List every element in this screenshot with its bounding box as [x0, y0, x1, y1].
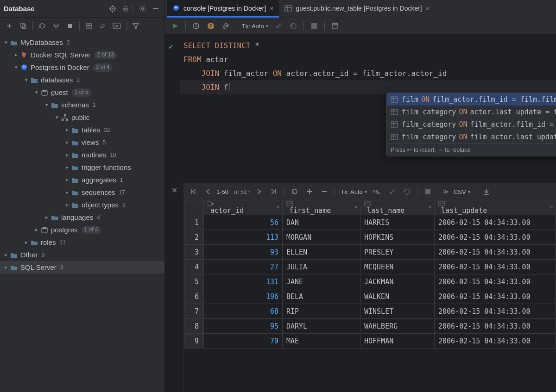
- add-icon[interactable]: [3, 19, 16, 32]
- tree-arrow-icon[interactable]: ▸: [3, 264, 9, 270]
- table-view-icon[interactable]: [82, 19, 95, 32]
- column-header[interactable]: last_name◇: [360, 200, 435, 215]
- results-tx-dropdown[interactable]: Tx: Auto▾: [339, 188, 369, 195]
- tree-node[interactable]: ▾MyDatabases2: [0, 36, 164, 49]
- cell[interactable]: WALKEN: [360, 289, 435, 304]
- sort-icon[interactable]: ◇: [277, 204, 279, 209]
- cell[interactable]: PRESLEY: [360, 245, 435, 260]
- tree-node[interactable]: ▸object types3: [0, 199, 164, 211]
- tree-node[interactable]: ▸views5: [0, 136, 164, 149]
- cancel-query-icon[interactable]: [308, 19, 321, 32]
- copy-ds-icon[interactable]: [17, 19, 30, 32]
- refresh-icon[interactable]: [36, 19, 49, 32]
- completion-item[interactable]: film_category ON film_actor.film_id = fi…: [387, 118, 556, 131]
- database-tree[interactable]: ▾MyDatabases2▸Docker SQL Server2 of 13▾P…: [0, 34, 164, 392]
- tree-arrow-icon[interactable]: ▾: [23, 77, 30, 83]
- table-row[interactable]: 156DANHARRIS2006-02-15 04:34:33.00: [184, 215, 556, 230]
- tree-node[interactable]: ▸trigger functions: [0, 161, 164, 174]
- close-icon[interactable]: ×: [426, 5, 430, 12]
- expand-icon[interactable]: ≫: [442, 188, 450, 195]
- cell[interactable]: 2006-02-15 04:34:33.00: [435, 260, 556, 274]
- cell[interactable]: MCQUEEN: [360, 260, 435, 274]
- tree-arrow-icon[interactable]: ▾: [33, 89, 40, 95]
- cell[interactable]: 2006-02-15 04:34:33.00: [435, 334, 556, 348]
- tree-arrow-icon[interactable]: ▸: [33, 227, 40, 233]
- next-page-icon[interactable]: [253, 185, 265, 198]
- cell[interactable]: 95: [204, 319, 283, 334]
- tree-arrow-icon[interactable]: ▸: [64, 139, 70, 145]
- gear-icon[interactable]: [138, 4, 148, 14]
- table-row[interactable]: 768RIPWINSLET2006-02-15 04:34:33.00: [184, 304, 556, 319]
- tree-node[interactable]: ▸roles11: [0, 236, 164, 249]
- results-close-icon[interactable]: ✕: [165, 183, 183, 392]
- pager-range[interactable]: 1-50: [216, 188, 228, 195]
- tree-node[interactable]: ▸sequences17: [0, 186, 164, 199]
- tree-node[interactable]: ▸languages4: [0, 211, 164, 224]
- rollback-icon[interactable]: [287, 19, 300, 32]
- history-icon[interactable]: [190, 19, 202, 32]
- reload-icon[interactable]: [288, 185, 301, 198]
- tree-node[interactable]: ▸Docker SQL Server2 of 13: [0, 49, 164, 61]
- cell[interactable]: RIP: [283, 304, 360, 319]
- editor-tab[interactable]: guest.public.new_table [Postgres in Dock…: [279, 0, 435, 18]
- edit-icon[interactable]: [96, 19, 109, 32]
- tree-node[interactable]: ▾guest1 of 5: [0, 86, 164, 99]
- column-header[interactable]: actor_id◇: [204, 200, 283, 215]
- tree-arrow-icon[interactable]: ▸: [3, 252, 9, 258]
- minimize-icon[interactable]: [151, 4, 161, 14]
- cell[interactable]: 93: [204, 245, 283, 260]
- results-stop-icon[interactable]: [421, 185, 434, 198]
- close-icon[interactable]: ×: [270, 5, 273, 12]
- table-row[interactable]: 427JULIAMCQUEEN2006-02-15 04:34:33.00: [184, 260, 556, 274]
- cell[interactable]: JACKMAN: [360, 274, 435, 289]
- tree-arrow-icon[interactable]: ▾: [3, 39, 9, 45]
- tree-node[interactable]: ▾public: [0, 111, 164, 124]
- tree-node[interactable]: ▸SQL Server3: [0, 261, 164, 274]
- run-icon[interactable]: [169, 19, 182, 32]
- completion-popup[interactable]: film ON film_actor.film_id = film.film_i…: [386, 93, 556, 156]
- sort-icon[interactable]: ◇: [550, 204, 553, 209]
- table-row[interactable]: 393ELLENPRESLEY2006-02-15 04:34:33.00: [184, 245, 556, 260]
- cell[interactable]: MORGAN: [283, 230, 360, 245]
- tree-arrow-icon[interactable]: ▸: [64, 202, 70, 208]
- completion-item[interactable]: film ON film_actor.film_id = film.film_i…: [387, 93, 556, 106]
- collapse-icon[interactable]: [120, 4, 131, 14]
- tree-arrow-icon[interactable]: ▸: [64, 164, 70, 170]
- tree-arrow-icon[interactable]: ▸: [23, 239, 30, 245]
- tree-node[interactable]: ▸aggregates1: [0, 174, 164, 186]
- cell[interactable]: MAE: [283, 334, 360, 348]
- tree-arrow-icon[interactable]: ▸: [64, 127, 70, 133]
- completion-item[interactable]: film_category ON actor.last_update = fil…: [387, 106, 556, 118]
- tree-node[interactable]: ▸tables32: [0, 124, 164, 136]
- cell[interactable]: 131: [204, 274, 283, 289]
- tree-node[interactable]: ▾schemas1: [0, 99, 164, 111]
- cell[interactable]: WAHLBERG: [360, 319, 435, 334]
- prev-page-icon[interactable]: [202, 185, 215, 198]
- download-icon[interactable]: [480, 185, 493, 198]
- cell[interactable]: 2006-02-15 04:34:33.00: [435, 319, 556, 334]
- tree-arrow-icon[interactable]: ▸: [44, 214, 50, 220]
- cell[interactable]: HARRIS: [360, 215, 435, 230]
- wrench-icon[interactable]: [219, 19, 232, 32]
- stop-icon[interactable]: [63, 19, 76, 32]
- console-icon[interactable]: QL: [110, 19, 123, 32]
- tree-node[interactable]: ▸Other9: [0, 249, 164, 261]
- cell[interactable]: 56: [204, 215, 283, 230]
- tree-node[interactable]: ▾Postgres in Docker2 of 4: [0, 61, 164, 74]
- cell[interactable]: BELA: [283, 289, 360, 304]
- cell[interactable]: WINSLET: [360, 304, 435, 319]
- sort-icon[interactable]: ◇: [429, 204, 431, 209]
- tree-node[interactable]: ▸postgres1 of 4: [0, 224, 164, 236]
- layout-icon[interactable]: [329, 19, 341, 32]
- tree-arrow-icon[interactable]: ▾: [44, 102, 50, 108]
- cell[interactable]: 27: [204, 260, 283, 274]
- completion-item[interactable]: film_category ON film_actor.last_update …: [387, 131, 556, 143]
- table-row[interactable]: 6196BELAWALKEN2006-02-15 04:34:33.00: [184, 289, 556, 304]
- cell[interactable]: 2006-02-15 04:34:33.00: [435, 215, 556, 230]
- first-page-icon[interactable]: [187, 185, 200, 198]
- add-row-icon[interactable]: [303, 185, 316, 198]
- tree-node[interactable]: ▾databases2: [0, 74, 164, 86]
- commit-icon[interactable]: [272, 19, 285, 32]
- tree-arrow-icon[interactable]: ▸: [13, 52, 19, 58]
- tree-arrow-icon[interactable]: ▸: [64, 189, 70, 195]
